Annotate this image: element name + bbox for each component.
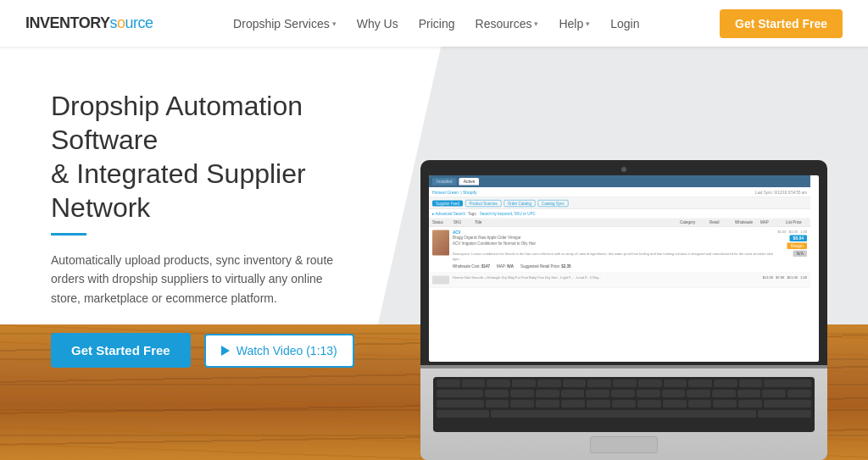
wholesale-cost-label: Wholesale Cost: $147 — [453, 264, 490, 269]
watch-video-button[interactable]: Watch Video (1:13) — [204, 334, 354, 368]
keyboard-row-2 — [433, 387, 815, 397]
screen-product-name: ACV — [453, 230, 775, 235]
nav-item-help[interactable]: Help ▾ — [559, 17, 590, 30]
key — [561, 400, 585, 407]
screen-toolbar: Supplier Feed Product Sources Order Cata… — [429, 197, 810, 209]
screen-topbar: Installed Active — [429, 175, 810, 187]
keyboard-row-space — [433, 407, 815, 418]
laptop-keyboard — [433, 377, 815, 432]
nav-label-dropship: Dropship Services — [233, 17, 330, 30]
screen-table-header: Status SKU Title Category Retail Wholesa… — [429, 219, 810, 227]
nav-item-login[interactable]: Login — [610, 17, 639, 30]
laptop-keyboard-area — [420, 369, 827, 460]
screen-tab-installed: Installed — [432, 178, 457, 186]
nav-label-login: Login — [610, 17, 639, 30]
key — [688, 380, 712, 387]
screen-breadcrumb: Honest Green ⟩ Shopify — [432, 190, 477, 195]
laptop-screen: Installed Active Honest Green ⟩ Shopify … — [429, 175, 819, 362]
key — [638, 380, 662, 387]
key — [536, 400, 559, 407]
key — [663, 400, 687, 407]
screen-product-image — [432, 230, 449, 256]
hero-content-left: Dropship Automation Software & Integrate… — [0, 47, 380, 393]
nav-item-resources[interactable]: Resources ▾ — [476, 17, 539, 30]
key — [563, 380, 587, 387]
key-shift — [437, 410, 490, 418]
hero-cta-button[interactable]: Get Started Free — [51, 333, 191, 368]
key-enter — [764, 400, 811, 407]
navbar: INVENTORYsource Dropship Services ▾ Why … — [0, 0, 868, 47]
key — [437, 380, 460, 387]
screen-price-na-badge: N/A — [793, 251, 807, 258]
title-underline — [51, 233, 86, 236]
key — [664, 380, 687, 387]
key — [713, 400, 737, 407]
key — [613, 380, 637, 387]
chevron-down-icon-help: ▾ — [586, 19, 590, 28]
key — [510, 400, 534, 407]
key — [512, 380, 536, 387]
key-space — [491, 410, 756, 418]
key — [485, 390, 509, 397]
col-title: Title — [475, 220, 676, 224]
nav-label-resources: Resources — [476, 17, 532, 30]
hero-buttons: Get Started Free Watch Video (1:13) — [51, 333, 354, 368]
nav-link-whyus[interactable]: Why Us — [357, 17, 398, 30]
screen-btn-product-sources: Product Sources — [465, 200, 501, 207]
screen-price-blue-badge: $8.04 — [789, 236, 807, 242]
screen-filter-link: Search by keyword, SKU or UPC — [480, 212, 536, 216]
col-map: MAP — [760, 220, 782, 224]
hero-title-line2: & Integrated Supplier Network — [51, 158, 306, 223]
key — [561, 390, 585, 397]
keyboard-row-1 — [433, 377, 815, 387]
srp-label: Suggested Retail Price: $2.35 — [520, 264, 571, 269]
map-label: MAP: N/A — [497, 264, 514, 269]
key-backspace — [764, 380, 810, 387]
screen-sync-info: Last Sync: 9/12/16 9:54:55 am — [755, 190, 807, 194]
key — [510, 390, 534, 397]
key — [737, 390, 761, 397]
hero-title-line1: Dropship Automation Software — [51, 91, 303, 155]
key — [462, 380, 486, 387]
key — [487, 380, 510, 387]
chevron-down-icon: ▾ — [332, 19, 337, 28]
watch-video-label: Watch Video (1:13) — [236, 344, 337, 357]
nav-link-resources[interactable]: Resources ▾ — [476, 17, 539, 30]
logo-source-text: source — [110, 14, 153, 32]
screen-btn-supplier-feed: Supplier Feed — [432, 200, 463, 206]
laptop: Installed Active Honest Green ⟩ Shopify … — [420, 160, 827, 460]
nav-link-login[interactable]: Login — [610, 17, 639, 30]
col-sku: SKU — [453, 220, 470, 224]
logo: INVENTORYsource — [25, 14, 153, 32]
screen-btn-catalog-sync: Catalog Sync — [537, 200, 568, 207]
screen-filter-row: ▸ Advanced Search Tags: Search by keywor… — [429, 209, 810, 219]
key — [738, 400, 762, 407]
laptop-camera — [621, 167, 626, 172]
nav-link-dropship[interactable]: Dropship Services ▾ — [233, 17, 337, 30]
key — [739, 380, 763, 387]
key — [612, 400, 636, 407]
col-category: Category — [680, 220, 705, 224]
key — [762, 390, 786, 397]
key — [637, 400, 661, 407]
nav-link-pricing[interactable]: Pricing — [419, 17, 455, 30]
nav-links: Dropship Services ▾ Why Us Pricing Resou… — [233, 17, 639, 30]
nav-cta-button[interactable]: Get Started Free — [720, 9, 843, 38]
key — [688, 400, 712, 407]
screen-title-bar: Honest Green ⟩ Shopify Last Sync: 9/12/1… — [429, 187, 810, 197]
key — [537, 380, 561, 387]
nav-item-pricing[interactable]: Pricing — [419, 17, 455, 30]
hero-content-right: Installed Active Honest Green ⟩ Shopify … — [380, 47, 868, 460]
screen-filter-tags: Tags: — [468, 212, 477, 216]
key — [787, 390, 811, 397]
key — [536, 390, 559, 397]
key — [637, 390, 660, 397]
hero-subtitle: Automatically upload products, sync inve… — [51, 251, 354, 308]
nav-item-dropship[interactable]: Dropship Services ▾ — [233, 17, 337, 30]
key — [662, 390, 686, 397]
nav-item-whyus[interactable]: Why Us — [357, 17, 398, 30]
nav-link-help[interactable]: Help ▾ — [559, 17, 590, 30]
nav-label-pricing: Pricing — [419, 17, 455, 30]
key — [587, 400, 610, 407]
key-shift-right — [758, 410, 811, 418]
